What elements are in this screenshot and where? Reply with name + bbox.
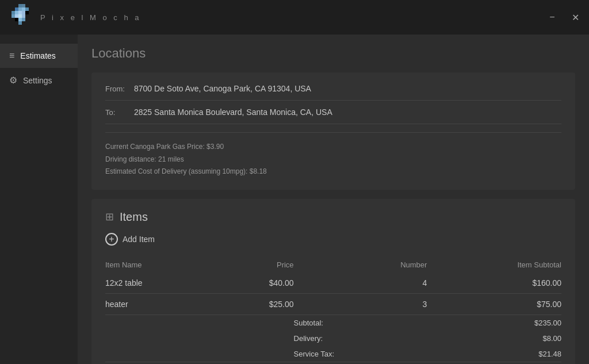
svg-rect-8 [18,11,22,14]
sidebar-item-estimates[interactable]: ≡ Estimates [0,44,78,68]
sidebar-item-settings[interactable]: ⚙ Settings [0,68,78,93]
item-price-0: $40.00 [219,273,294,294]
item-number-1: 3 [294,293,427,315]
svg-rect-3 [18,7,22,11]
svg-rect-0 [18,4,22,7]
app-title: P i x e l M o c h a [40,13,141,22]
to-value: 2825 Santa Monica Boulevard, Santa Monic… [134,108,332,117]
driving-distance-info: Driving distance: 21 miles [105,154,561,166]
svg-rect-2 [15,7,18,11]
col-subtotal: Item Subtotal [427,257,561,273]
to-row: To: 2825 Santa Monica Boulevard, Santa M… [105,108,561,124]
minimize-button[interactable]: − [545,10,559,24]
service-tax-row: Service Tax: $21.48 [105,346,561,362]
items-card: ⊞ Items + Add Item Item Name Price Numbe… [91,199,575,364]
svg-rect-11 [12,14,15,18]
delivery-row: Delivery: $8.00 [105,331,561,346]
svg-rect-12 [15,14,18,18]
app-logo [7,3,36,32]
table-row: heater $25.00 3 $75.00 [105,293,561,315]
item-name-1: heater [105,293,219,315]
svg-rect-6 [12,11,15,14]
item-name-0: 12x2 table [105,273,219,294]
items-title: Items [120,210,148,224]
items-grid-icon: ⊞ [105,210,114,223]
items-table: Item Name Price Number Item Subtotal 12x… [105,257,561,364]
item-subtotal-1: $75.00 [427,293,561,315]
table-header-row: Item Name Price Number Item Subtotal [105,257,561,273]
table-row: 12x2 table $40.00 4 $160.00 [105,273,561,294]
add-circle-icon: + [105,233,118,246]
svg-rect-10 [25,11,29,14]
col-number: Number [294,257,427,273]
from-label: From: [105,85,134,93]
col-item-name: Item Name [105,257,219,273]
service-tax-label: Service Tax: [294,346,427,362]
grand-total-row: Grand Total: $301.48 [105,362,561,364]
grand-total-value: $301.48 [427,362,561,364]
settings-icon: ⚙ [9,75,17,86]
svg-rect-1 [22,4,25,7]
svg-rect-4 [22,7,25,11]
svg-rect-13 [18,14,22,18]
svg-rect-17 [22,18,25,21]
grand-total-label: Grand Total: [294,362,427,364]
to-label: To: [105,108,134,117]
svg-rect-9 [22,11,25,14]
svg-rect-15 [15,18,18,21]
svg-rect-7 [15,11,18,14]
add-item-label: Add Item [123,235,155,244]
title-bar-left: P i x e l M o c h a [7,3,141,32]
delivery-cost-info: Estimated Cost of Delivery (assuming 10m… [105,166,561,178]
estimates-icon: ≡ [9,51,14,61]
svg-rect-14 [22,14,25,18]
delivery-value: $8.00 [427,331,561,346]
subtotal-row: Subtotal: $235.00 [105,315,561,331]
svg-rect-18 [18,21,22,25]
item-price-1: $25.00 [219,293,294,315]
delivery-label: Delivery: [294,331,427,346]
title-bar-controls: − ✕ [545,10,582,24]
sidebar: ≡ Estimates ⚙ Settings [0,35,78,364]
item-subtotal-0: $160.00 [427,273,561,294]
subtotal-label: Subtotal: [294,315,427,331]
page-title: Locations [91,46,575,61]
title-bar: P i x e l M o c h a − ✕ [0,0,589,35]
item-number-0: 4 [294,273,427,294]
close-button[interactable]: ✕ [568,10,582,24]
gas-price-info: Current Canoga Park Gas Price: $3.90 [105,141,561,154]
add-item-button[interactable]: + Add Item [105,231,155,248]
locations-card: From: 8700 De Soto Ave, Canoga Park, CA … [91,72,575,190]
svg-rect-5 [25,7,29,11]
sidebar-item-settings-label: Settings [23,76,52,85]
items-header: ⊞ Items [105,210,561,224]
delivery-info: Current Canoga Park Gas Price: $3.90 Dri… [105,132,561,178]
col-price: Price [219,257,294,273]
svg-rect-16 [18,18,22,21]
subtotal-value: $235.00 [427,315,561,331]
service-tax-value: $21.48 [427,346,561,362]
main-content: Locations From: 8700 De Soto Ave, Canoga… [78,35,589,364]
from-row: From: 8700 De Soto Ave, Canoga Park, CA … [105,84,561,101]
sidebar-item-estimates-label: Estimates [20,51,55,60]
from-value: 8700 De Soto Ave, Canoga Park, CA 91304,… [134,84,311,93]
